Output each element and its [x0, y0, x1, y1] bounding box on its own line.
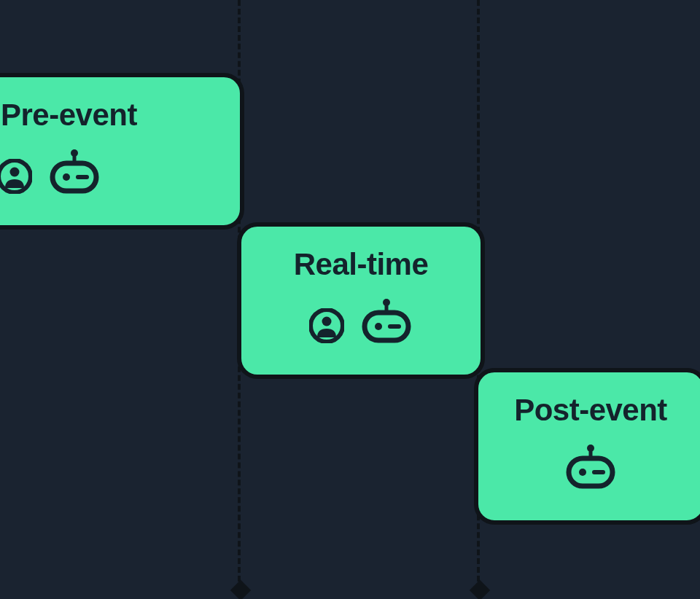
phase-title: Pre-event — [1, 98, 137, 133]
icon-row — [0, 149, 101, 194]
robot-icon — [48, 149, 101, 194]
icon-row — [564, 444, 617, 489]
svg-rect-16 — [569, 458, 612, 486]
person-icon — [0, 159, 32, 194]
svg-point-1 — [10, 168, 20, 177]
robot-icon — [360, 298, 413, 343]
phase-card-post-event: Post-event — [474, 368, 700, 525]
person-icon — [309, 308, 344, 343]
robot-icon — [564, 444, 617, 489]
svg-point-5 — [63, 173, 70, 181]
svg-point-9 — [383, 299, 390, 306]
svg-point-14 — [587, 445, 594, 452]
phase-title: Real-time — [294, 247, 429, 282]
svg-rect-11 — [365, 313, 408, 340]
svg-point-8 — [322, 317, 332, 326]
phase-title: Post-event — [514, 393, 667, 428]
svg-point-2 — [71, 149, 78, 157]
icon-row — [309, 298, 413, 343]
svg-rect-4 — [52, 163, 96, 191]
svg-rect-6 — [76, 175, 89, 179]
svg-rect-13 — [388, 324, 401, 329]
phase-card-pre-event: Pre-event — [0, 73, 244, 230]
phase-card-real-time: Real-time — [237, 222, 485, 379]
svg-rect-18 — [592, 470, 605, 474]
svg-point-12 — [375, 323, 382, 330]
svg-point-17 — [579, 469, 586, 476]
